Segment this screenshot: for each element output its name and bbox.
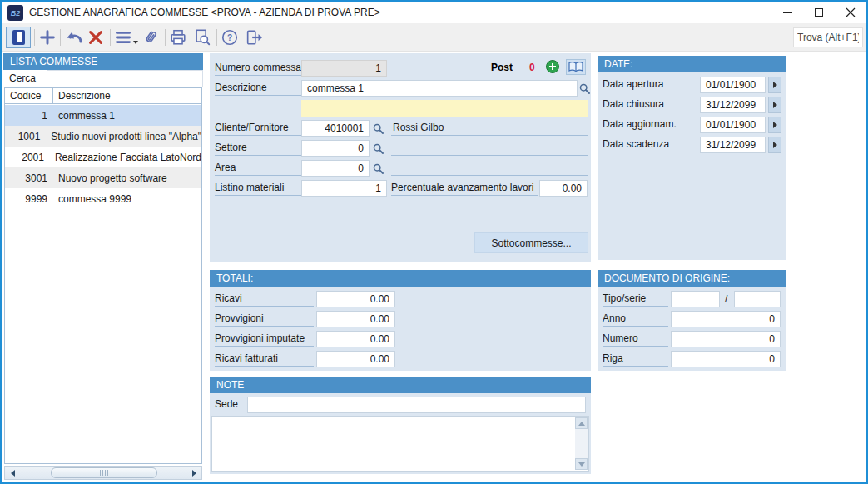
ricavi-label: Ricavi [215,291,314,307]
totali-panel-title: TOTALI: [210,270,591,287]
toolbar-separator [165,29,166,46]
print-preview-button[interactable] [191,27,213,48]
add-button[interactable] [37,27,58,48]
undo-button[interactable] [63,27,85,48]
ricavi-fatturati-field[interactable]: 0.00 [316,351,395,367]
descrizione-label: Descrizione [215,80,301,96]
delete-x-icon [87,28,105,47]
sottocommesse-button[interactable]: Sottocommesse... [474,232,588,253]
row-descrizione: commessa 9999 [53,193,201,205]
table-row[interactable]: 3001 Nuovo progetto software [5,167,201,188]
preview-icon [193,28,211,47]
data-chiusura-field[interactable]: 31/12/2099 [700,97,766,113]
horizontal-scrollbar[interactable] [4,466,202,480]
vertical-scrollbar[interactable] [575,417,588,470]
form-panel: Numero commessa 1 Post 0 Descrizione com… [210,53,591,262]
minimize-icon [783,12,792,13]
data-chiusura-label: Data chiusura [603,97,698,112]
menu-button[interactable] [112,27,141,48]
highlight-field[interactable] [301,100,588,117]
calendar-arrow-icon [773,142,777,148]
area-field[interactable]: 0 [301,160,370,177]
undo-icon [64,27,84,47]
add-post-button[interactable] [546,60,559,73]
data-aggiornam-field[interactable]: 01/01/1900 [700,117,766,133]
scrollbar-thumb[interactable] [51,467,157,478]
row-descrizione: Studio nuovi prodotti linea "Alpha" [46,131,201,142]
sede-input[interactable] [247,397,586,413]
data-scadenza-field[interactable]: 31/12/2099 [700,137,766,153]
ricavi-field[interactable]: 0.00 [316,291,395,307]
help-button[interactable]: ? [219,27,241,48]
window-title: GESTIONE ANAGRAFICA COMMESSE <PROVA - AZ… [29,7,380,18]
form-view-button[interactable] [6,27,31,48]
cliente-lookup-button[interactable] [372,122,384,135]
maximize-button[interactable] [803,2,835,23]
search-input[interactable] [793,27,863,47]
calendar-arrow-icon [773,122,777,128]
settore-field[interactable]: 0 [301,140,370,157]
toolbar-separator [216,29,217,46]
title-bar: B2 GESTIONE ANAGRAFICA COMMESSE <PROVA -… [2,2,866,23]
magnifier-icon [373,123,384,134]
data-aggiornam-picker-button[interactable] [768,117,781,133]
listino-materiali-field[interactable]: 1 [301,180,387,197]
anno-label: Anno [603,311,668,327]
percentuale-field[interactable]: 0.00 [539,180,588,197]
delete-button[interactable] [85,27,107,48]
table-row[interactable]: 2001 Realizzazione Facciata LatoNord [5,147,201,167]
open-book-button[interactable] [566,59,586,75]
data-apertura-field[interactable]: 01/01/1900 [700,77,766,93]
sede-label: Sede [215,397,246,412]
provvigioni-imputate-field[interactable]: 0.00 [316,331,395,347]
exit-button[interactable] [243,27,265,48]
cliente-fornitore-field[interactable]: 4010001 [301,120,370,137]
descrizione-field[interactable]: commessa 1 [301,80,578,97]
data-apertura-picker-button[interactable] [768,77,781,93]
numero-field[interactable]: 0 [671,331,781,347]
data-scadenza-picker-button[interactable] [768,137,781,153]
row-descrizione: commessa 1 [53,110,201,122]
provvigioni-field[interactable]: 0.00 [316,311,395,327]
data-chiusura-picker-button[interactable] [768,97,781,113]
riga-field[interactable]: 0 [671,351,781,367]
descrizione-lookup-button[interactable] [578,82,591,95]
column-header-descrizione[interactable]: Descrizione [53,88,201,103]
tipo-field[interactable] [671,291,720,307]
table-row[interactable]: 1 commessa 1 [5,105,201,126]
area-label: Area [215,160,301,176]
close-button[interactable] [835,2,866,23]
scroll-down-button[interactable] [575,458,588,470]
toolbar-separator [110,29,111,46]
scroll-right-button[interactable] [187,467,201,479]
cerca-label: Cerca [3,70,47,87]
scroll-down-icon [578,462,585,467]
tipo-serie-separator: / [725,293,727,305]
sidebar-title: LISTA COMMESSE [3,53,203,70]
app-icon-text: B2 [11,9,21,17]
anno-field[interactable]: 0 [671,311,781,327]
numero-commessa-field[interactable]: 1 [301,60,387,77]
scroll-left-button[interactable] [6,467,19,479]
settore-lookup-button[interactable] [372,142,384,155]
date-panel: DATE: Data apertura 01/01/1900 Data chiu… [598,56,786,260]
table-row[interactable]: 1001 Studio nuovi prodotti linea "Alpha" [5,126,201,147]
minimize-button[interactable] [771,2,803,23]
note-textarea[interactable] [211,416,589,472]
exit-icon [245,28,263,47]
svg-text:?: ? [227,33,232,42]
attachment-button[interactable] [140,27,161,48]
app-icon: B2 [7,5,23,21]
documento-panel-title: DOCUMENTO DI ORIGINE: [598,270,786,287]
row-codice: 1001 [5,131,46,142]
serie-field[interactable] [734,291,781,307]
print-button[interactable] [167,27,189,48]
area-lookup-button[interactable] [372,162,384,175]
row-codice: 1 [5,110,53,122]
thumb-grip-icon [100,470,109,476]
table-row[interactable]: 9999 commessa 9999 [5,188,201,209]
column-header-codice[interactable]: Codice [5,88,53,103]
sidebar-search-row: Cerca [3,70,203,87]
scroll-up-button[interactable] [575,417,588,429]
cerca-input[interactable] [47,70,203,87]
